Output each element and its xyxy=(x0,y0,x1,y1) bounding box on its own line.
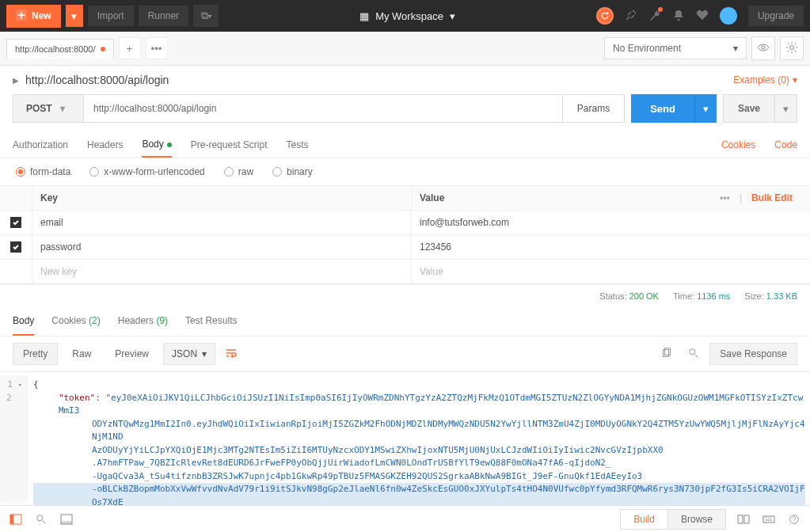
raw-button[interactable]: Raw xyxy=(63,344,101,364)
pretty-button[interactable]: Pretty xyxy=(13,343,58,365)
response-status-bar: Status: 200 OK Time: 1136 ms Size: 1.33 … xyxy=(0,284,810,307)
row-checkbox[interactable] xyxy=(10,217,21,228)
size-value: 1.33 KB xyxy=(766,291,797,301)
expand-triangle-icon[interactable]: ▶ xyxy=(13,76,19,85)
chevron-down-icon: ▾ xyxy=(793,74,797,86)
tab-prerequest[interactable]: Pre-request Script xyxy=(191,133,268,157)
resp-tab-tests[interactable]: Test Results xyxy=(185,307,237,336)
environment-selector[interactable]: No Environment ▾ xyxy=(604,37,747,59)
radio-urlencoded[interactable]: x-www-form-urlencoded xyxy=(89,166,204,177)
tab-body[interactable]: Body xyxy=(142,132,171,158)
tab-tests[interactable]: Tests xyxy=(286,133,308,157)
tabs-row: http://localhost:8000/ + ••• No Environm… xyxy=(0,32,810,66)
tab-more-button[interactable]: ••• xyxy=(146,37,168,59)
sync-icon[interactable] xyxy=(596,7,614,25)
save-button[interactable]: Save xyxy=(723,94,775,123)
sidebar-toggle-icon[interactable] xyxy=(8,511,24,527)
request-title: http://localhost:8000/api/login xyxy=(25,74,169,86)
resp-tab-body[interactable]: Body xyxy=(13,307,34,336)
key-cell[interactable]: email xyxy=(32,211,412,234)
send-button[interactable]: Send xyxy=(631,94,694,123)
build-button[interactable]: Build xyxy=(621,510,667,529)
upgrade-button[interactable]: Upgrade xyxy=(748,6,804,26)
new-value-input[interactable]: Value xyxy=(412,260,810,283)
value-cell[interactable]: 123456 xyxy=(412,235,810,259)
satellite-icon[interactable] xyxy=(625,9,637,24)
user-avatar[interactable] xyxy=(720,7,737,25)
new-button[interactable]: New xyxy=(6,5,61,28)
browse-button[interactable]: Browse xyxy=(667,510,725,529)
new-key-input[interactable]: New key xyxy=(32,260,412,283)
radio-icon xyxy=(272,167,282,177)
help-icon[interactable] xyxy=(786,511,802,527)
wrap-button[interactable] xyxy=(220,343,242,365)
console-icon[interactable] xyxy=(59,511,74,527)
workspace-selector[interactable]: ▦ My Workspace ▾ xyxy=(359,10,455,22)
row-checkbox[interactable] xyxy=(10,241,21,253)
ellipsis-icon[interactable]: ••• xyxy=(720,192,730,203)
new-window-button[interactable]: ⧉ ▾ xyxy=(193,5,219,27)
new-dropdown[interactable]: ▾ xyxy=(66,5,83,27)
settings-button[interactable] xyxy=(780,36,804,60)
bell-icon[interactable] xyxy=(672,9,685,24)
copy-button[interactable] xyxy=(656,343,678,365)
request-title-row: ▶ http://localhost:8000/api/login xyxy=(13,74,169,86)
save-response-button[interactable]: Save Response xyxy=(709,343,797,365)
radio-raw[interactable]: raw xyxy=(224,166,253,177)
plus-icon xyxy=(16,10,27,23)
method-label: POST xyxy=(26,103,52,114)
time-value: 1136 ms xyxy=(697,291,730,301)
environment-preview-button[interactable] xyxy=(751,36,775,60)
code-link[interactable]: Code xyxy=(774,139,797,150)
method-selector[interactable]: POST ▾ xyxy=(13,94,84,123)
params-button[interactable]: Params xyxy=(563,94,625,123)
url-input[interactable] xyxy=(84,94,563,123)
chevron-down-icon: ▾ xyxy=(71,10,77,22)
svg-rect-7 xyxy=(10,515,13,524)
find-icon[interactable] xyxy=(33,511,49,527)
svg-point-5 xyxy=(690,348,695,354)
import-button[interactable]: Import xyxy=(88,6,134,26)
wrap-icon xyxy=(225,347,238,362)
line-gutter: 1 ▾ 2 3 xyxy=(0,375,29,502)
table-row: email info@tutsforweb.com xyxy=(0,211,810,235)
response-body-viewer[interactable]: 1 ▾ 2 3 { "token": "eyJ0eXAiOiJKV1QiLCJh… xyxy=(0,372,810,505)
preview-button[interactable]: Preview xyxy=(105,344,158,364)
two-pane-icon[interactable] xyxy=(736,511,751,527)
key-header: Key xyxy=(32,186,412,210)
value-header: Value xyxy=(420,192,444,203)
key-cell[interactable]: password xyxy=(32,235,412,259)
workspace-label: My Workspace xyxy=(375,10,443,22)
radio-binary[interactable]: binary xyxy=(272,166,313,177)
radio-formdata[interactable]: form-data xyxy=(16,166,70,177)
save-dropdown[interactable]: ▾ xyxy=(775,94,797,123)
tab-headers[interactable]: Headers xyxy=(87,133,123,157)
grid-icon: ▦ xyxy=(359,10,369,22)
plus-icon: + xyxy=(127,43,133,55)
examples-link[interactable]: Examples (0) ▾ xyxy=(733,74,797,86)
resp-tab-headers[interactable]: Headers (9) xyxy=(118,307,168,336)
request-tab[interactable]: http://localhost:8000/ xyxy=(6,39,114,59)
wrench-icon[interactable] xyxy=(648,9,661,24)
search-button[interactable] xyxy=(683,343,705,365)
resp-tab-cookies[interactable]: Cookies (2) xyxy=(51,307,100,336)
tab-authorization[interactable]: Authorization xyxy=(13,133,68,157)
runner-button[interactable]: Runner xyxy=(139,6,188,26)
format-selector[interactable]: JSON▾ xyxy=(163,343,215,365)
chevron-down-icon: ▾ xyxy=(450,10,455,22)
send-dropdown[interactable]: ▾ xyxy=(694,94,717,123)
gear-icon xyxy=(785,41,798,56)
url-row: POST ▾ Params Send ▾ Save ▾ xyxy=(0,94,810,132)
keyboard-icon[interactable] xyxy=(761,511,777,527)
eye-icon xyxy=(757,41,770,56)
heart-icon[interactable] xyxy=(696,9,709,24)
status-code: 200 OK xyxy=(629,291,659,301)
cookies-link[interactable]: Cookies xyxy=(721,139,755,150)
value-cell[interactable]: info@tutsforweb.com xyxy=(412,211,810,234)
top-right-section: Upgrade xyxy=(596,6,804,26)
window-icon: ⧉ xyxy=(201,10,208,22)
bottom-bar: Build Browse xyxy=(0,505,810,532)
new-tab-button[interactable]: + xyxy=(119,37,141,59)
bulk-edit-link[interactable]: Bulk Edit xyxy=(751,192,793,203)
ellipsis-icon: ••• xyxy=(151,43,162,55)
